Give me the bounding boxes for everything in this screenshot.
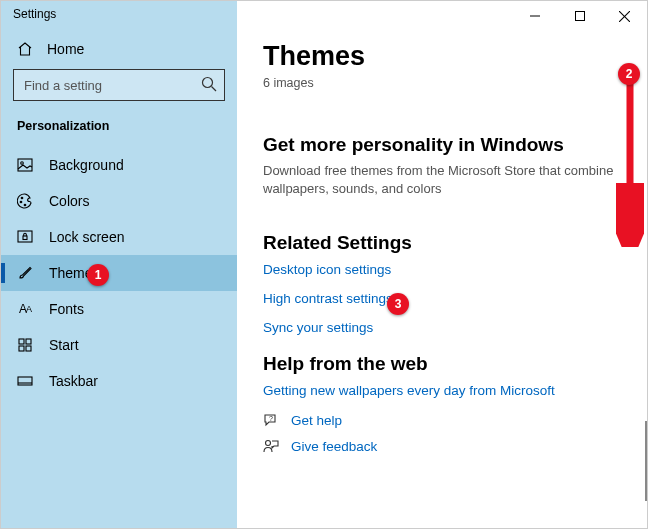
link-wallpapers-microsoft[interactable]: Getting new wallpapers every day from Mi… [263, 383, 621, 398]
annotation-badge-3: 3 [387, 293, 409, 315]
sidebar-item-fonts[interactable]: AA Fonts [1, 291, 237, 327]
sidebar-item-label: Start [49, 337, 79, 353]
font-icon: AA [17, 301, 33, 317]
svg-text:?: ? [269, 415, 273, 422]
link-high-contrast[interactable]: High contrast settings [263, 291, 621, 306]
search-icon [201, 76, 217, 92]
home-icon [17, 41, 33, 57]
category-title: Personalization [1, 113, 237, 147]
taskbar-icon [17, 373, 33, 389]
search-wrap [13, 69, 225, 101]
window-controls [512, 1, 647, 31]
svg-rect-13 [19, 339, 24, 344]
picture-icon [17, 157, 33, 173]
svg-point-4 [203, 78, 213, 88]
related-heading: Related Settings [263, 232, 621, 254]
maximize-button[interactable] [557, 1, 602, 31]
link-get-help[interactable]: Get help [291, 413, 342, 428]
svg-point-9 [20, 201, 22, 203]
svg-rect-17 [18, 377, 32, 385]
help-icon: ? [263, 412, 279, 428]
maximize-icon [575, 11, 585, 21]
link-give-feedback[interactable]: Give feedback [291, 439, 377, 454]
annotation-arrow [616, 77, 644, 247]
main-content: Themes 6 images Get more personality in … [237, 1, 647, 528]
sidebar-item-label: Colors [49, 193, 89, 209]
search-input[interactable] [13, 69, 225, 101]
annotation-badge-1: 1 [87, 264, 109, 286]
brush-icon [17, 265, 33, 281]
get-help-row[interactable]: ? Get help [263, 412, 621, 428]
link-desktop-icon-settings[interactable]: Desktop icon settings [263, 262, 621, 277]
sidebar-item-start[interactable]: Start [1, 327, 237, 363]
svg-point-10 [24, 204, 26, 206]
more-heading: Get more personality in Windows [263, 134, 621, 156]
close-icon [619, 11, 630, 22]
svg-rect-1 [575, 12, 584, 21]
svg-rect-16 [26, 346, 31, 351]
svg-point-7 [21, 162, 24, 165]
svg-point-20 [266, 441, 271, 446]
page-subtitle: 6 images [263, 76, 621, 90]
window-title: Settings [13, 7, 56, 21]
feedback-icon [263, 438, 279, 454]
annotation-badge-2: 2 [618, 63, 640, 85]
sidebar-item-taskbar[interactable]: Taskbar [1, 363, 237, 399]
start-icon [17, 337, 33, 353]
svg-point-8 [21, 197, 23, 199]
svg-rect-12 [23, 236, 27, 240]
feedback-row[interactable]: Give feedback [263, 438, 621, 454]
home-label: Home [47, 41, 84, 57]
sidebar-item-background[interactable]: Background [1, 147, 237, 183]
link-sync-settings[interactable]: Sync your settings [263, 320, 621, 335]
close-button[interactable] [602, 1, 647, 31]
sidebar: Home Personalization Background Colors L… [1, 1, 237, 528]
sidebar-item-colors[interactable]: Colors [1, 183, 237, 219]
sidebar-item-label: Background [49, 157, 124, 173]
sidebar-item-lockscreen[interactable]: Lock screen [1, 219, 237, 255]
svg-rect-6 [18, 159, 32, 171]
svg-rect-15 [19, 346, 24, 351]
lock-screen-icon [17, 229, 33, 245]
svg-rect-14 [26, 339, 31, 344]
minimize-button[interactable] [512, 1, 557, 31]
sidebar-item-label: Lock screen [49, 229, 124, 245]
svg-line-5 [212, 87, 217, 92]
titlebar: Settings [1, 1, 647, 31]
scrollbar-thumb[interactable] [645, 421, 647, 501]
sidebar-item-themes[interactable]: Themes [1, 255, 237, 291]
sidebar-item-label: Taskbar [49, 373, 98, 389]
sidebar-item-label: Fonts [49, 301, 84, 317]
sidebar-item-home[interactable]: Home [1, 31, 237, 63]
more-body: Download free themes from the Microsoft … [263, 162, 621, 198]
page-title: Themes [263, 41, 621, 72]
palette-icon [17, 193, 33, 209]
minimize-icon [530, 11, 540, 21]
help-heading: Help from the web [263, 353, 621, 375]
